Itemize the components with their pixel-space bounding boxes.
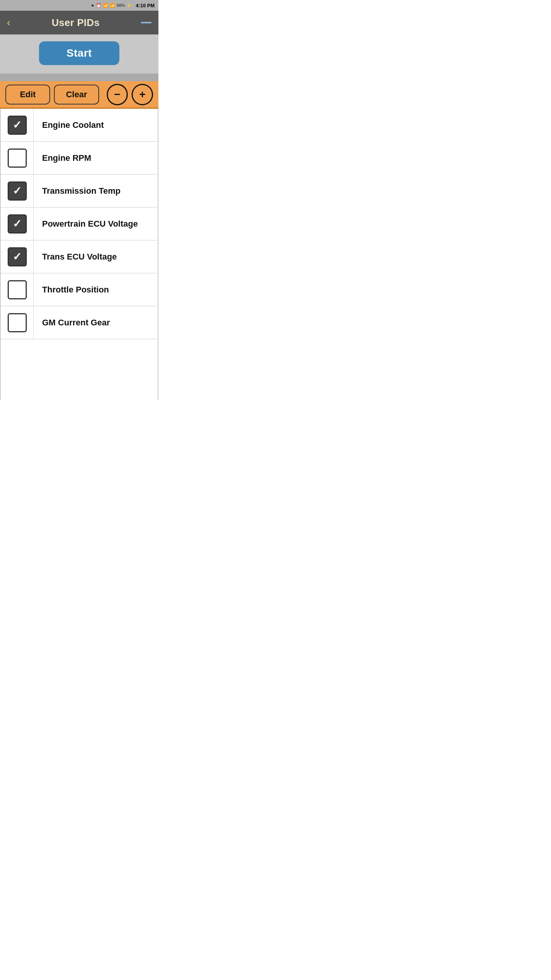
signal-icon: 📶: [110, 3, 115, 8]
divider-bar: [0, 74, 158, 81]
status-time: 4:10 PM: [136, 3, 155, 8]
pid-checkbox-1[interactable]: ✓: [8, 116, 27, 135]
pid-checkbox-area: ✓: [1, 240, 34, 273]
pid-checkbox-area: ✓: [1, 207, 34, 240]
checkmark-icon: ✓: [13, 120, 21, 131]
status-icons: ★ ⏰ 📶 📶 98% ⚡: [91, 3, 132, 8]
pid-checkbox-5[interactable]: ✓: [8, 247, 27, 266]
pid-label-4: Powertrain ECU Voltage: [34, 219, 158, 229]
battery-level: 98%: [117, 3, 125, 8]
nav-bar: ‹ User PIDs: [0, 11, 158, 34]
pid-checkbox-6[interactable]: [8, 280, 27, 299]
pid-label-1: Engine Coolant: [34, 120, 158, 130]
page-title: User PIDs: [52, 17, 100, 29]
clear-button[interactable]: Clear: [54, 85, 99, 105]
bluetooth-icon: ★: [91, 3, 95, 8]
toolbar: Edit Clear − +: [0, 81, 158, 109]
pid-row: ✓Engine Coolant: [1, 109, 158, 142]
pid-checkbox-area: [1, 273, 34, 306]
pid-label-2: Engine RPM: [34, 153, 158, 163]
pid-row: ✓Powertrain ECU Voltage: [1, 207, 158, 240]
status-bar: ★ ⏰ 📶 📶 98% ⚡ 4:10 PM: [0, 0, 158, 11]
list-footer: [0, 339, 158, 400]
pid-checkbox-4[interactable]: ✓: [8, 214, 27, 234]
pid-row: GM Current Gear: [1, 306, 158, 339]
charging-icon: ⚡: [127, 3, 132, 8]
pid-checkbox-2[interactable]: [8, 149, 27, 168]
pid-row: ✓Transmission Temp: [1, 175, 158, 207]
pid-checkbox-area: [1, 142, 34, 174]
pid-label-6: Throttle Position: [34, 285, 158, 295]
checkmark-icon: ✓: [13, 219, 21, 229]
pid-checkbox-7[interactable]: [8, 313, 27, 332]
back-button[interactable]: ‹: [7, 17, 10, 28]
pid-checkbox-area: ✓: [1, 175, 34, 207]
start-area: Start: [0, 34, 158, 74]
pid-list: ✓Engine CoolantEngine RPM✓Transmission T…: [0, 109, 158, 339]
pid-checkbox-3[interactable]: ✓: [8, 181, 27, 201]
pid-row: Engine RPM: [1, 142, 158, 175]
checkmark-icon: ✓: [13, 252, 21, 262]
edit-button[interactable]: Edit: [5, 85, 50, 105]
minimize-button[interactable]: [141, 22, 152, 23]
start-button[interactable]: Start: [39, 41, 119, 65]
checkmark-icon: ✓: [13, 186, 21, 196]
pid-label-5: Trans ECU Voltage: [34, 252, 158, 262]
wifi-icon: 📶: [103, 3, 108, 8]
pid-label-7: GM Current Gear: [34, 318, 158, 328]
pid-checkbox-area: ✓: [1, 109, 34, 141]
decrement-button[interactable]: −: [107, 84, 128, 105]
alarm-icon: ⏰: [96, 3, 101, 8]
increment-button[interactable]: +: [132, 84, 153, 105]
pid-row: ✓Trans ECU Voltage: [1, 240, 158, 273]
pid-row: Throttle Position: [1, 273, 158, 306]
pid-checkbox-area: [1, 306, 34, 339]
pid-label-3: Transmission Temp: [34, 186, 158, 196]
